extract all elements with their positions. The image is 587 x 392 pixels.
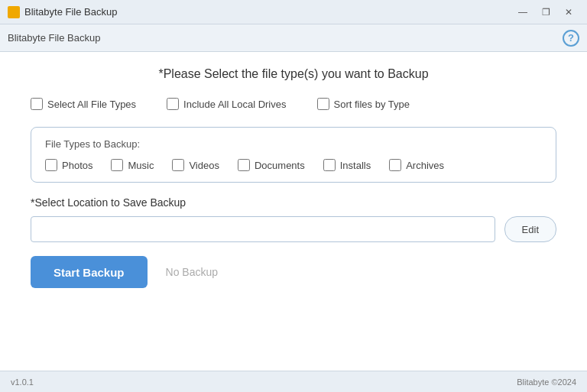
header-app-title: Blitabyte File Backup xyxy=(8,32,100,44)
music-checkbox[interactable]: Music xyxy=(111,159,154,171)
archives-input[interactable] xyxy=(389,159,401,171)
include-all-drives-label: Include All Local Drives xyxy=(183,99,286,110)
title-bar-title: Blitabyte File Backup xyxy=(24,6,117,18)
close-button[interactable]: ✕ xyxy=(558,4,579,21)
app-icon xyxy=(8,6,20,18)
file-types-label: File Types to Backup: xyxy=(45,138,542,150)
minimize-button[interactable]: — xyxy=(512,4,533,21)
installs-checkbox[interactable]: Installs xyxy=(323,159,371,171)
maximize-button[interactable]: ❐ xyxy=(535,4,556,21)
videos-label: Videos xyxy=(189,160,219,171)
select-all-checkbox[interactable]: Select All File Types xyxy=(31,98,136,110)
select-all-input[interactable] xyxy=(31,98,43,110)
main-content: *Please Select the file type(s) you want… xyxy=(0,52,587,371)
location-title: *Select Location to Save Backup xyxy=(31,196,556,209)
documents-checkbox[interactable]: Documents xyxy=(238,159,305,171)
location-row: Edit xyxy=(31,216,556,242)
installs-input[interactable] xyxy=(323,159,336,171)
documents-input[interactable] xyxy=(238,159,250,171)
start-backup-button[interactable]: Start Backup xyxy=(31,256,148,288)
archives-label: Archives xyxy=(406,160,444,171)
help-button[interactable]: ? xyxy=(563,30,579,47)
archives-checkbox[interactable]: Archives xyxy=(389,159,444,171)
title-bar: Blitabyte File Backup — ❐ ✕ xyxy=(0,0,587,24)
documents-label: Documents xyxy=(255,160,305,171)
photos-input[interactable] xyxy=(45,159,57,171)
header-bar: Blitabyte File Backup ? xyxy=(0,24,587,52)
file-types-row: Photos Music Videos Documents Installs A… xyxy=(45,159,542,171)
location-section: *Select Location to Save Backup Edit xyxy=(31,196,556,242)
page-title: *Please Select the file type(s) you want… xyxy=(31,67,556,81)
photos-checkbox[interactable]: Photos xyxy=(45,159,92,171)
footer: v1.0.1 Blitabyte ©2024 xyxy=(0,371,587,392)
location-input[interactable] xyxy=(31,216,495,242)
include-all-drives-checkbox[interactable]: Include All Local Drives xyxy=(167,98,286,110)
title-bar-left: Blitabyte File Backup xyxy=(8,6,117,18)
footer-copyright: Blitabyte ©2024 xyxy=(517,377,576,387)
videos-checkbox[interactable]: Videos xyxy=(172,159,219,171)
top-checkboxes-row: Select All File Types Include All Local … xyxy=(31,95,556,113)
include-all-drives-input[interactable] xyxy=(167,98,179,110)
file-types-box: File Types to Backup: Photos Music Video… xyxy=(31,127,556,183)
action-row: Start Backup No Backup xyxy=(31,256,556,288)
footer-version: v1.0.1 xyxy=(11,377,34,387)
sort-by-type-input[interactable] xyxy=(317,98,329,110)
select-all-label: Select All File Types xyxy=(47,99,136,110)
installs-label: Installs xyxy=(340,160,371,171)
music-input[interactable] xyxy=(111,159,123,171)
window-controls: — ❐ ✕ xyxy=(512,4,579,21)
sort-by-type-checkbox[interactable]: Sort files by Type xyxy=(317,98,410,110)
videos-input[interactable] xyxy=(172,159,184,171)
photos-label: Photos xyxy=(62,160,92,171)
no-backup-text: No Backup xyxy=(166,266,218,278)
music-label: Music xyxy=(128,160,154,171)
edit-button[interactable]: Edit xyxy=(504,216,556,242)
sort-by-type-label: Sort files by Type xyxy=(334,99,410,110)
